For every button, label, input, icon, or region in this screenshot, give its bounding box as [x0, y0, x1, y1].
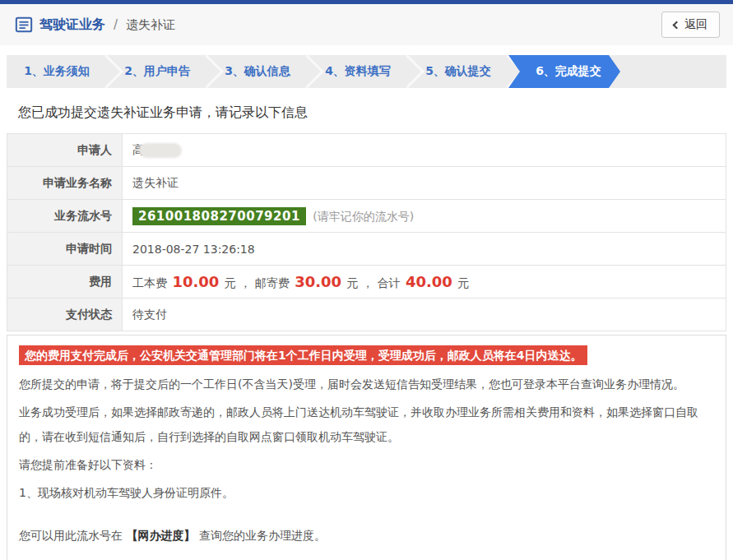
table-row-serial: 业务流水号 261001808270079201 (请牢记你的流水号)	[7, 200, 726, 233]
page-header: 驾驶证业务 / 遗失补证 返回	[0, 4, 733, 45]
breadcrumb-current: 遗失补证	[126, 17, 175, 33]
breadcrumb: 驾驶证业务 / 遗失补证	[15, 16, 175, 34]
progress-suffix: 查询您的业务办理进度。	[199, 529, 326, 542]
notice-paragraph-1: 您所提交的申请，将于提交后的一个工作日(不含当天)受理，届时会发送短信告知受理结…	[19, 372, 714, 396]
applicant-label: 申请人	[7, 134, 123, 167]
business-name-value: 遗失补证	[123, 167, 726, 200]
step-bar-tail	[620, 55, 726, 88]
progress-hint-line: 您可以用此流水号在 【网办进度】 查询您的业务办理进度。	[19, 523, 714, 548]
chevron-left-icon	[673, 21, 681, 30]
apply-time-label: 申请时间	[7, 233, 123, 266]
alert-banner: 您的费用支付完成后，公安机关交通管理部门将在1个工作日内受理，受理成功后，邮政人…	[19, 345, 587, 365]
table-row-applicant: 申请人 高	[7, 134, 726, 167]
serial-number-badge: 261001808270079201	[132, 207, 306, 225]
pay-status-value: 待支付	[123, 299, 726, 331]
fee-amount-total: 40.00	[406, 273, 452, 290]
pay-status-label: 支付状态	[7, 299, 123, 331]
fee-part3: 元 ， 合计	[347, 276, 401, 289]
step-progress-bar: 1、业务须知 2、用户申告 3、确认信息 4、资料填写 5、确认提交 6、完成提…	[7, 55, 726, 88]
fee-label: 费用	[7, 266, 123, 299]
list-icon	[15, 16, 33, 34]
table-row-fee: 费用 工本费 10.00 元 ， 邮寄费 30.00 元 ， 合计 40.00 …	[7, 266, 726, 299]
notice-paragraph-3: 请您提前准备好以下资料：	[19, 452, 714, 477]
applicant-value: 高	[123, 134, 726, 167]
back-button-top[interactable]: 返回	[661, 12, 720, 38]
notice-box: 您的费用支付完成后，公安机关交通管理部门将在1个工作日内受理，受理成功后，邮政人…	[7, 335, 726, 560]
table-row-business-name: 申请业务名称 遗失补证	[7, 167, 726, 200]
table-row-apply-time: 申请时间 2018-08-27 13:26:18	[7, 233, 726, 266]
table-row-pay-status: 支付状态 待支付	[7, 299, 726, 331]
apply-time-value: 2018-08-27 13:26:18	[123, 233, 726, 266]
fee-value: 工本费 10.00 元 ， 邮寄费 30.00 元 ， 合计 40.00 元	[123, 266, 726, 299]
fee-part4: 元	[457, 276, 469, 289]
step-5-confirm-submit: 5、确认提交	[408, 55, 508, 88]
fee-part2: 元 ， 邮寄费	[225, 276, 290, 289]
back-button-label: 返回	[684, 17, 707, 32]
fee-amount-postage: 30.00	[295, 273, 341, 290]
step-4-fill-materials: 4、资料填写	[308, 55, 408, 88]
serial-hint: (请牢记你的流水号)	[313, 210, 414, 223]
application-info-table: 申请人 高 申请业务名称 遗失补证 业务流水号 2610018082700792…	[7, 133, 726, 331]
step-3-confirm-info: 3、确认信息	[207, 55, 308, 88]
page-title: 驾驶证业务	[39, 16, 105, 34]
success-message: 您已成功提交遗失补证业务申请，请记录以下信息	[18, 104, 726, 122]
fee-part1: 工本费	[132, 276, 167, 289]
step-1-business-notice: 1、业务须知	[7, 55, 107, 88]
serial-value: 261001808270079201 (请牢记你的流水号)	[123, 200, 726, 233]
notice-paragraph-2: 业务成功受理后，如果选择邮政寄递的，邮政人员将上门送达机动车驾驶证，并收取办理业…	[19, 400, 714, 449]
business-name-label: 申请业务名称	[7, 167, 123, 200]
step-2-user-declaration: 2、用户申告	[107, 55, 207, 88]
breadcrumb-separator: /	[114, 17, 118, 32]
notice-paragraph-4: 1、现场核对机动车驾驶人身份证明原件。	[19, 480, 714, 505]
redacted-name	[139, 143, 182, 158]
fee-amount-cost: 10.00	[172, 273, 219, 290]
progress-prefix: 您可以用此流水号在	[19, 529, 123, 542]
serial-label: 业务流水号	[7, 200, 123, 233]
progress-link: 【网办进度】	[126, 529, 195, 542]
step-6-complete-submit: 6、完成提交	[508, 55, 620, 88]
